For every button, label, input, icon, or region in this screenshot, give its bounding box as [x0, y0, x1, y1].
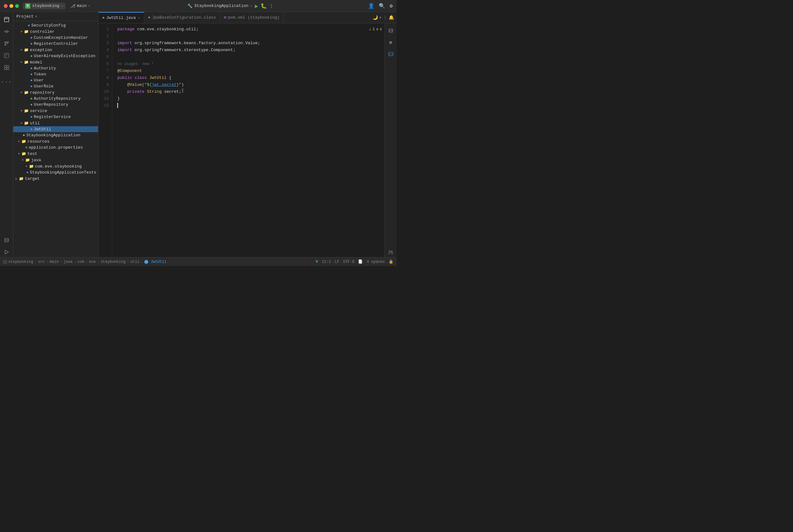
breadcrumb-item[interactable]: com — [77, 260, 84, 264]
run-button[interactable]: ▶ — [255, 2, 258, 10]
list-item[interactable]: ● RegisterController — [13, 41, 98, 47]
folder-name: test — [27, 151, 37, 156]
account-icon[interactable]: 👤 — [368, 3, 374, 9]
tab-file-icon: ● — [148, 15, 151, 20]
warning-nav-down[interactable]: ∨ — [380, 26, 382, 33]
code-text: org.springframework.beans.factory.annota… — [132, 40, 246, 47]
code-line — [117, 33, 385, 40]
code-text — [132, 74, 135, 81]
tab-more-button[interactable]: ⋮ — [383, 15, 387, 20]
list-item[interactable]: ● Token — [13, 71, 98, 77]
sidebar-item-branches[interactable] — [2, 51, 12, 61]
right-sidebar-chat[interactable] — [386, 50, 395, 59]
folder-icon: 📁 — [29, 164, 34, 169]
dark-mode-icon[interactable]: 🌙 — [372, 15, 378, 20]
breadcrumb-item[interactable]: java — [63, 260, 73, 264]
file-name: CustomExceptionHandler — [34, 35, 88, 40]
list-item[interactable]: ● UserRepository — [13, 101, 98, 108]
project-selector[interactable]: S staybooking ▾ — [23, 2, 65, 10]
folder-name: com.eve.staybooking — [35, 164, 82, 169]
close-button[interactable] — [4, 4, 7, 8]
right-sidebar-maven[interactable]: m — [386, 38, 395, 48]
list-item[interactable]: ● UserRole — [13, 83, 98, 89]
list-item[interactable]: ▾ 📁 util — [13, 120, 98, 126]
meta-text: no usages new * — [117, 61, 154, 68]
svg-point-6 — [5, 44, 6, 45]
list-item[interactable]: ▾ 📁 test — [13, 151, 98, 157]
list-item[interactable]: ▾ 📁 com.eve.staybooking — [13, 163, 98, 169]
breadcrumb-item[interactable]: staybooking — [8, 260, 33, 264]
code-editor[interactable]: ⚠ 1 ∧ ∨ package com.eve.staybooking.util… — [112, 23, 385, 257]
list-item[interactable]: ● CustomExceptionHandler — [13, 35, 98, 41]
breadcrumb-item[interactable]: staybooking — [101, 260, 125, 264]
list-item[interactable]: ▾ 📁 exception — [13, 47, 98, 53]
list-item[interactable]: ▾ 📁 controller — [13, 28, 98, 35]
collapse-icon: ▾ — [20, 90, 23, 95]
breadcrumb-item[interactable]: ⬤ JwtUtil — [144, 259, 167, 264]
tab-pom[interactable]: m pom.xml (staybooking) — [220, 12, 284, 23]
list-item[interactable]: ● StaybookingApplication — [13, 132, 98, 138]
minimize-button[interactable] — [9, 4, 13, 8]
collapse-icon: ▾ — [25, 164, 28, 169]
file-name: Token — [34, 72, 46, 77]
list-item[interactable]: ● SecurityConfig — [13, 22, 98, 28]
warning-nav-up[interactable]: ∧ — [376, 26, 379, 33]
breadcrumb-item[interactable]: main — [50, 260, 59, 264]
sidebar-item-database[interactable] — [2, 235, 12, 245]
more-actions-button[interactable]: ⋮ — [269, 3, 273, 8]
sidebar-item-more[interactable]: ··· — [2, 77, 12, 87]
index-icon: 📑 — [358, 259, 363, 264]
tab-list-button[interactable]: ▾ — [379, 15, 382, 20]
file-name: StaybookingApplication — [26, 133, 80, 137]
breadcrumb-item[interactable]: util — [130, 260, 139, 264]
list-item[interactable]: ● UserAlreadyExistException — [13, 53, 98, 59]
sidebar-item-project[interactable] — [2, 15, 12, 25]
sidebar-item-git[interactable] — [2, 38, 12, 49]
maximize-button[interactable] — [15, 4, 19, 8]
maven-icon: m — [389, 40, 392, 45]
list-item[interactable]: ▾ 📁 model — [13, 59, 98, 65]
indent[interactable]: 4 spaces — [367, 260, 385, 264]
breadcrumb-sep: › — [34, 260, 37, 264]
main-container: ··· Project ▾ ● SecurityConfig ▾ 📁 — [0, 12, 396, 257]
breadcrumb-sep: › — [46, 260, 48, 264]
editor-content: 1 2 3 4 5 6 7 8 9 10 11 12 ⚠ 1 ∧ ∨ — [98, 23, 396, 257]
tab-label: JwtUtil.java — [106, 16, 136, 20]
list-item[interactable]: ▾ 📁 service — [13, 108, 98, 114]
right-sidebar-database[interactable] — [386, 26, 395, 35]
tab-close-button[interactable]: ✕ — [138, 16, 140, 20]
sidebar-item-plugins[interactable] — [2, 62, 12, 73]
list-item[interactable]: ● StaybookingApplicationTests — [13, 169, 98, 175]
notifications-icon[interactable]: 🔔 — [389, 15, 394, 20]
list-item[interactable]: ● RegisterService — [13, 114, 98, 120]
debug-button[interactable]: 🐛 — [260, 3, 267, 9]
list-item[interactable]: ▸ 📁 target — [13, 175, 98, 182]
list-item[interactable]: ● AuthorityRepository — [13, 96, 98, 101]
sidebar-item-commit[interactable] — [2, 26, 12, 37]
branch-selector[interactable]: ⎇ main ▾ — [68, 2, 93, 10]
settings-icon[interactable]: ⚙ — [390, 3, 393, 9]
breadcrumb-item[interactable]: eve — [89, 260, 96, 264]
list-item[interactable]: ▾ 📁 java — [13, 157, 98, 163]
list-item[interactable]: ▾ 📁 resources — [13, 138, 98, 145]
right-sidebar-users[interactable] — [386, 248, 395, 257]
list-item[interactable]: ⚙ application.properties — [13, 145, 98, 151]
line-number: 12 — [98, 102, 112, 109]
breadcrumb-sep: › — [97, 260, 99, 264]
tab-jwutil[interactable]: ● JwtUtil.java ✕ — [98, 12, 144, 23]
tab-jpabase[interactable]: ● JpaBaseConfiguration.class — [144, 12, 220, 23]
breadcrumb-item[interactable]: src — [38, 260, 45, 264]
search-icon[interactable]: 🔍 — [379, 3, 385, 9]
sidebar-item-run[interactable] — [2, 247, 12, 257]
warning-icon: ⚠ — [369, 26, 371, 33]
list-item[interactable]: ● User — [13, 77, 98, 83]
list-item[interactable]: ▾ 📁 repository — [13, 89, 98, 96]
list-item[interactable]: ● Authority — [13, 65, 98, 71]
encoding[interactable]: UTF-8 — [343, 260, 354, 264]
line-ending[interactable]: LF — [335, 260, 339, 264]
list-item[interactable]: ● JwtUtil — [13, 126, 98, 132]
code-text: jwt.secret — [152, 81, 176, 88]
code-text — [147, 74, 150, 81]
folder-name: java — [31, 158, 41, 163]
warning-bar: ⚠ 1 ∧ ∨ — [369, 26, 382, 33]
